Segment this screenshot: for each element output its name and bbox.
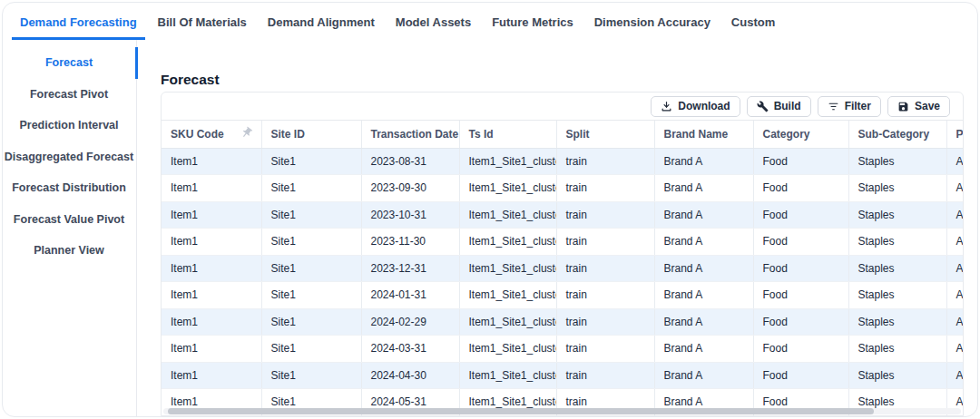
- tab-label: Model Assets: [396, 15, 471, 29]
- table-cell: Food: [753, 148, 848, 175]
- column-header-sub-category[interactable]: Sub-Category: [848, 121, 946, 148]
- table-row[interactable]: Item1Site12023-09-30Item1_Site1_clusterA…: [162, 175, 963, 202]
- sidebar-item-label: Prediction Interval: [19, 119, 118, 132]
- tab-label: Custom: [731, 15, 775, 29]
- table-row[interactable]: Item1Site12023-08-31Item1_Site1_clusterA…: [162, 148, 963, 175]
- table-cell: Item1_Site1_clusterAY: [459, 362, 556, 389]
- table-row[interactable]: Item1Site12023-12-31Item1_Site1_clusterA…: [162, 255, 963, 282]
- table-cell: 2024-03-31: [361, 336, 459, 363]
- table-header-row: SKU Code Site IDTransaction DateTs IdSpl…: [162, 121, 963, 148]
- tab-demand-forecasting[interactable]: Demand Forecasting: [12, 14, 145, 40]
- download-button[interactable]: Download: [651, 96, 740, 117]
- tab-label: Bill Of Materials: [158, 15, 247, 29]
- tab-future-metrics[interactable]: Future Metrics: [484, 14, 582, 40]
- tab-bill-of-materials[interactable]: Bill Of Materials: [150, 14, 255, 40]
- table-cell: 2024-04-30: [361, 362, 459, 389]
- main-panel: Forecast Download Build: [137, 40, 977, 416]
- table-cell: Brand A: [654, 255, 753, 282]
- pin-icon[interactable]: [236, 124, 255, 144]
- column-header-label: Ts Id: [469, 128, 494, 141]
- table-cell: Brand A: [654, 175, 753, 202]
- table-cell: Item1: [162, 362, 261, 389]
- sidebar-item-label: Forecast Value Pivot: [14, 213, 124, 226]
- column-header-category[interactable]: Category: [753, 121, 848, 148]
- table-cell: Staples: [848, 175, 946, 202]
- table-cell: Al: [946, 148, 963, 175]
- tab-dimension-accuracy[interactable]: Dimension Accuracy: [586, 14, 719, 40]
- column-header-site-id[interactable]: Site ID: [261, 121, 361, 148]
- tab-demand-alignment[interactable]: Demand Alignment: [260, 14, 383, 40]
- column-header-label: Category: [763, 128, 810, 141]
- tab-label: Demand Alignment: [268, 15, 375, 29]
- sidebar-item-forecast[interactable]: Forecast: [3, 47, 138, 79]
- save-icon: [897, 101, 909, 112]
- column-header-transaction-date[interactable]: Transaction Date: [361, 121, 459, 148]
- table-cell: Staples: [848, 336, 946, 363]
- column-header-label: Pro: [956, 128, 964, 141]
- column-header-split[interactable]: Split: [556, 121, 654, 148]
- app-window: Demand ForecastingBill Of MaterialsDeman…: [2, 2, 978, 417]
- table-row[interactable]: Item1Site12024-01-31Item1_Site1_clusterA…: [162, 282, 963, 309]
- column-header-sku-code[interactable]: SKU Code: [162, 121, 261, 148]
- column-header-brand-name[interactable]: Brand Name: [654, 121, 753, 148]
- tab-bar: Demand ForecastingBill Of MaterialsDeman…: [3, 3, 977, 40]
- sidebar-item-label: Forecast: [45, 56, 93, 69]
- column-header-label: Transaction Date: [371, 128, 459, 141]
- sidebar-item-forecast-pivot[interactable]: Forecast Pivot: [3, 79, 138, 111]
- sidebar-item-forecast-distribution[interactable]: Forecast Distribution: [3, 172, 138, 204]
- table-cell: Item1_Site1_clusterAY: [459, 255, 556, 282]
- table-cell: 2023-08-31: [361, 148, 459, 175]
- table-cell: Site1: [261, 255, 361, 282]
- table-cell: train: [556, 255, 654, 282]
- tab-model-assets[interactable]: Model Assets: [387, 14, 479, 40]
- tab-label: Dimension Accuracy: [594, 15, 710, 29]
- column-header-ts-id[interactable]: Ts Id: [459, 121, 556, 148]
- forecast-card: Download Build Filter: [161, 92, 964, 416]
- tab-custom[interactable]: Custom: [723, 14, 783, 40]
- table-row[interactable]: Item1Site12024-02-29Item1_Site1_clusterA…: [162, 308, 963, 336]
- sidebar-item-planner-view[interactable]: Planner View: [3, 235, 138, 267]
- sidebar-item-forecast-value-pivot[interactable]: Forecast Value Pivot: [3, 204, 138, 236]
- column-header-label: Brand Name: [664, 128, 729, 141]
- table-cell: Al: [946, 201, 963, 229]
- table-cell: Brand A: [654, 336, 753, 363]
- horizontal-scrollbar[interactable]: [163, 408, 961, 414]
- table-cell: 2023-09-30: [361, 175, 459, 202]
- table-cell: Site1: [261, 201, 361, 229]
- column-header-label: Split: [566, 128, 590, 141]
- table-row[interactable]: Item1Site12023-11-30Item1_Site1_clusterA…: [162, 229, 963, 256]
- download-button-label: Download: [678, 100, 730, 112]
- table-cell: 2024-02-29: [361, 308, 459, 336]
- table-cell: Item1_Site1_clusterAY: [459, 175, 556, 202]
- table-cell: Staples: [848, 282, 946, 309]
- table-cell: Brand A: [654, 308, 753, 336]
- table-cell: train: [556, 336, 654, 363]
- sidebar-item-disaggregated-forecast[interactable]: Disaggregated Forecast: [3, 141, 138, 173]
- table-cell: Food: [753, 362, 848, 389]
- filter-button[interactable]: Filter: [818, 96, 881, 117]
- table-cell: Item1_Site1_clusterAY: [459, 282, 556, 309]
- save-button[interactable]: Save: [887, 96, 950, 117]
- page-title: Forecast: [161, 71, 964, 89]
- table-cell: Site1: [261, 362, 361, 389]
- scrollbar-thumb[interactable]: [168, 408, 874, 414]
- table-row[interactable]: Item1Site12023-10-31Item1_Site1_clusterA…: [162, 201, 963, 229]
- table-cell: Al: [946, 255, 963, 282]
- table-cell: train: [556, 308, 654, 336]
- table-cell: 2023-11-30: [361, 229, 459, 256]
- sidebar-item-label: Forecast Pivot: [30, 88, 108, 101]
- table-row[interactable]: Item1Site12024-03-31Item1_Site1_clusterA…: [162, 336, 963, 363]
- build-button[interactable]: Build: [747, 96, 811, 117]
- column-header-pro[interactable]: Pro: [946, 121, 963, 148]
- tab-label: Future Metrics: [492, 15, 573, 29]
- sidebar-item-prediction-interval[interactable]: Prediction Interval: [3, 110, 138, 141]
- table-cell: Food: [753, 201, 848, 229]
- table-cell: Al: [946, 282, 963, 309]
- build-button-label: Build: [774, 100, 801, 112]
- table-cell: Food: [753, 175, 848, 202]
- table-cell: Staples: [848, 148, 946, 175]
- table-cell: train: [556, 362, 654, 389]
- table-cell: Staples: [848, 255, 946, 282]
- table-cell: Item1: [162, 336, 261, 363]
- table-row[interactable]: Item1Site12024-04-30Item1_Site1_clusterA…: [162, 362, 963, 389]
